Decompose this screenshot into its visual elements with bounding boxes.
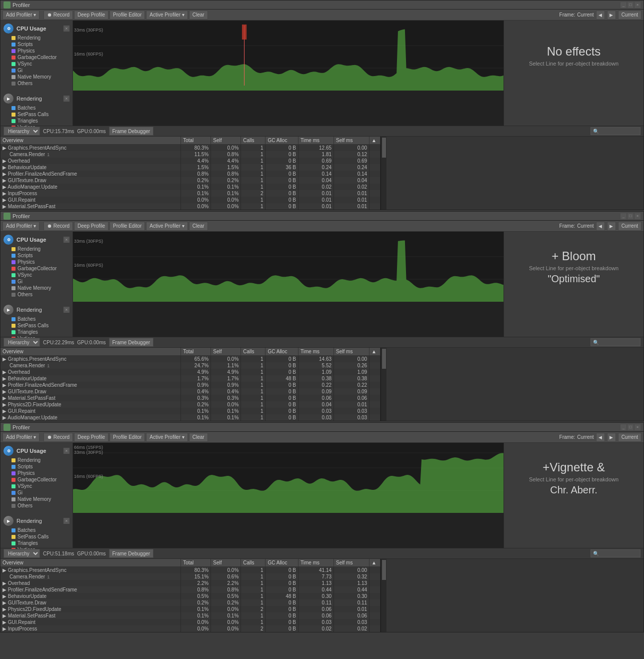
table-row[interactable]: ▶ Material.SetPassFast 0.3% 0.3% 1 0 B 0… <box>0 395 380 401</box>
cpu-close-button[interactable]: × <box>64 448 70 454</box>
frame-current-button[interactable]: Current <box>618 11 642 20</box>
search-input[interactable] <box>590 127 640 135</box>
frame-next-button[interactable]: ▶ <box>607 11 616 20</box>
col-header-selfms[interactable]: Self ms <box>334 559 370 567</box>
rendering-close-button[interactable]: × <box>64 96 70 102</box>
col-header-overview[interactable]: Overview <box>0 348 181 356</box>
col-header-calls[interactable]: Calls <box>241 137 266 145</box>
table-row[interactable]: ▶ AudioManager.Update 0.1% 0.1% 1 0 B 0.… <box>0 414 380 421</box>
minimize-btn[interactable]: _ <box>620 213 626 219</box>
col-header-overview[interactable]: Overview <box>0 137 181 145</box>
hierarchy-dropdown[interactable]: Hierarchy <box>4 127 40 136</box>
table-row[interactable]: Camera.Render1 11.5% 0.8% 1 0 B 1.81 0.1… <box>0 151 380 158</box>
cpu-chart[interactable]: 33ms (30FPS)16ms (60FPS) <box>73 21 504 91</box>
col-header-gcalloc[interactable]: GC Alloc <box>266 348 298 356</box>
frame-current-button[interactable]: Current <box>618 433 642 442</box>
maximize-btn[interactable]: □ <box>628 213 634 219</box>
col-header-self[interactable]: Self <box>211 137 241 145</box>
maximize-btn[interactable]: □ <box>628 424 634 430</box>
hierarchy-dropdown[interactable]: Hierarchy <box>4 549 40 558</box>
col-header-gcalloc[interactable]: GC Alloc <box>266 559 298 567</box>
scrollbar[interactable] <box>380 348 386 421</box>
table-row[interactable]: ▶ Profiler.FinalizeAndSendFrame 0.9% 0.9… <box>0 382 380 388</box>
rendering-chart[interactable] <box>73 513 504 548</box>
clear-button[interactable]: Clear <box>189 11 208 20</box>
profile-editor-button[interactable]: Profile Editor <box>110 222 145 231</box>
deep-profile-button[interactable]: Deep Profile <box>74 222 108 231</box>
search-input[interactable] <box>590 338 640 346</box>
col-header-gcalloc[interactable]: GC Alloc <box>266 137 298 145</box>
table-row[interactable]: Camera.Render1 24.7% 1.1% 1 0 B 5.52 0.2… <box>0 362 380 369</box>
col-header-total[interactable]: Total <box>181 137 211 145</box>
close-btn[interactable]: × <box>634 424 640 430</box>
rendering-close-button[interactable]: × <box>64 307 70 313</box>
col-header-calls[interactable]: Calls <box>241 559 266 567</box>
table-row[interactable]: ▶ Overhead 4.4% 4.4% 1 0 B 0.69 0.69 <box>0 158 380 164</box>
scrollbar[interactable] <box>380 137 386 210</box>
table-row[interactable]: ▶ InputProcess 0.0% 0.0% 2 0 B 0.02 0.02 <box>0 625 380 632</box>
col-header-total[interactable]: Total <box>181 348 211 356</box>
cpu-close-button[interactable]: × <box>64 237 70 243</box>
active-profiler-button[interactable]: Active Profiler ▾ <box>146 11 188 20</box>
col-header-calls[interactable]: Calls <box>241 348 266 356</box>
table-row[interactable]: ▶ Graphics.PresentAndSync 65.6% 0.0% 1 0… <box>0 356 380 363</box>
table-row[interactable]: ▶ Physics2D.FixedUpdate 0.2% 0.0% 1 0 B … <box>0 401 380 408</box>
clear-button[interactable]: Clear <box>189 433 208 442</box>
table-row[interactable]: ▶ BehaviourUpdate 1.5% 1.5% 1 36 B 0.24 … <box>0 164 380 171</box>
deep-profile-button[interactable]: Deep Profile <box>74 433 108 442</box>
col-header-selfms[interactable]: Self ms <box>334 348 370 356</box>
col-header-timems[interactable]: Time ms <box>298 137 334 145</box>
scrollbar-thumb[interactable] <box>382 349 386 369</box>
close-btn[interactable]: × <box>634 2 640 8</box>
cpu-chart[interactable]: 66ms (15FPS)33ms (30FPS)16ms (60FPS) <box>73 443 504 513</box>
table-row[interactable]: ▶ Physics2D.FixedUpdate 0.1% 0.0% 2 0 B … <box>0 606 380 612</box>
frame-prev-button[interactable]: ◀ <box>596 433 605 442</box>
profile-editor-button[interactable]: Profile Editor <box>110 433 145 442</box>
col-header-overview[interactable]: Overview <box>0 559 181 567</box>
active-profiler-button[interactable]: Active Profiler ▾ <box>146 222 188 231</box>
cpu-close-button[interactable]: × <box>64 26 70 32</box>
table-row[interactable]: ▶ GUI.Repaint 0.0% 0.0% 1 0 B 0.01 0.01 <box>0 197 380 203</box>
table-row[interactable]: ▶ Graphics.PresentAndSync 80.3% 0.0% 1 0… <box>0 145 380 152</box>
table-row[interactable]: ▶ Profiler.FinalizeAndSendFrame 0.8% 0.8… <box>0 171 380 177</box>
minimize-btn[interactable]: _ <box>620 424 626 430</box>
hierarchy-dropdown[interactable]: Hierarchy <box>4 338 40 347</box>
cpu-chart[interactable]: 33ms (30FPS)16ms (60FPS) <box>73 232 504 302</box>
table-row[interactable]: ▶ BehaviourUpdate 0.5% 0.5% 1 48 B 0.30 … <box>0 593 380 599</box>
table-row[interactable]: ▶ Material.SetPassFast 0.0% 0.0% 1 0 B 0… <box>0 203 380 210</box>
scrollbar-thumb[interactable] <box>382 138 386 158</box>
frame-current-button[interactable]: Current <box>618 222 642 231</box>
record-button[interactable]: ⏺ Record <box>44 222 73 231</box>
record-button[interactable]: ⏺ Record <box>44 11 73 20</box>
scrollbar-thumb[interactable] <box>382 560 386 580</box>
table-row[interactable]: ▶ GUITexture.Draw 0.4% 0.4% 1 0 B 0.09 0… <box>0 388 380 395</box>
table-row[interactable]: ▶ Profiler.FinalizeAndSendFrame 0.8% 0.8… <box>0 586 380 593</box>
record-button[interactable]: ⏺ Record <box>44 433 73 442</box>
frame-debugger-button[interactable]: Frame Debugger <box>109 127 154 136</box>
col-header-timems[interactable]: Time ms <box>298 559 334 567</box>
frame-debugger-button[interactable]: Frame Debugger <box>109 549 154 558</box>
rendering-close-button[interactable]: × <box>64 518 70 524</box>
minimize-btn[interactable]: _ <box>620 2 626 8</box>
scrollbar[interactable] <box>380 559 386 632</box>
frame-prev-button[interactable]: ◀ <box>596 222 605 231</box>
col-header-self[interactable]: Self <box>211 348 241 356</box>
deep-profile-button[interactable]: Deep Profile <box>74 11 108 20</box>
close-btn[interactable]: × <box>634 213 640 219</box>
rendering-chart[interactable] <box>73 302 504 337</box>
table-row[interactable]: ▶ GUITexture.Draw 0.2% 0.2% 1 0 B 0.11 0… <box>0 599 380 606</box>
col-header-self[interactable]: Self <box>211 559 241 567</box>
table-row[interactable]: ▶ Overhead 2.2% 2.2% 1 0 B 1.13 1.13 <box>0 580 380 586</box>
table-row[interactable]: ▶ GUI.Repaint 0.1% 0.1% 1 0 B 0.03 0.03 <box>0 408 380 414</box>
col-header-timems[interactable]: Time ms <box>298 348 334 356</box>
frame-next-button[interactable]: ▶ <box>607 222 616 231</box>
table-row[interactable]: ▶ GUI.Repaint 0.0% 0.0% 1 0 B 0.03 0.03 <box>0 619 380 625</box>
rendering-chart[interactable] <box>73 91 504 126</box>
table-row[interactable]: ▶ Material.SetPassFast 0.1% 0.1% 1 0 B 0… <box>0 612 380 619</box>
search-input[interactable] <box>590 549 640 557</box>
active-profiler-button[interactable]: Active Profiler ▾ <box>146 433 188 442</box>
add-profiler-button[interactable]: Add Profiler ▾ <box>2 222 40 231</box>
table-row[interactable]: ▶ Overhead 4.9% 4.9% 1 0 B 1.09 1.09 <box>0 369 380 375</box>
col-header-total[interactable]: Total <box>181 559 211 567</box>
maximize-btn[interactable]: □ <box>628 2 634 8</box>
